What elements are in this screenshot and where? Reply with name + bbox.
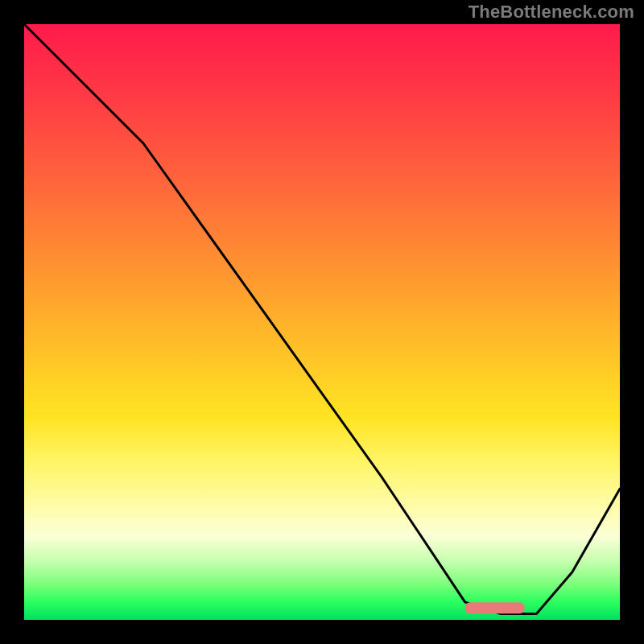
optimal-range-marker [465, 602, 525, 613]
watermark-text: TheBottleneck.com [469, 2, 634, 23]
bottleneck-curve [24, 24, 620, 614]
chart-frame: TheBottleneck.com [0, 0, 644, 644]
curve-layer [24, 24, 620, 620]
